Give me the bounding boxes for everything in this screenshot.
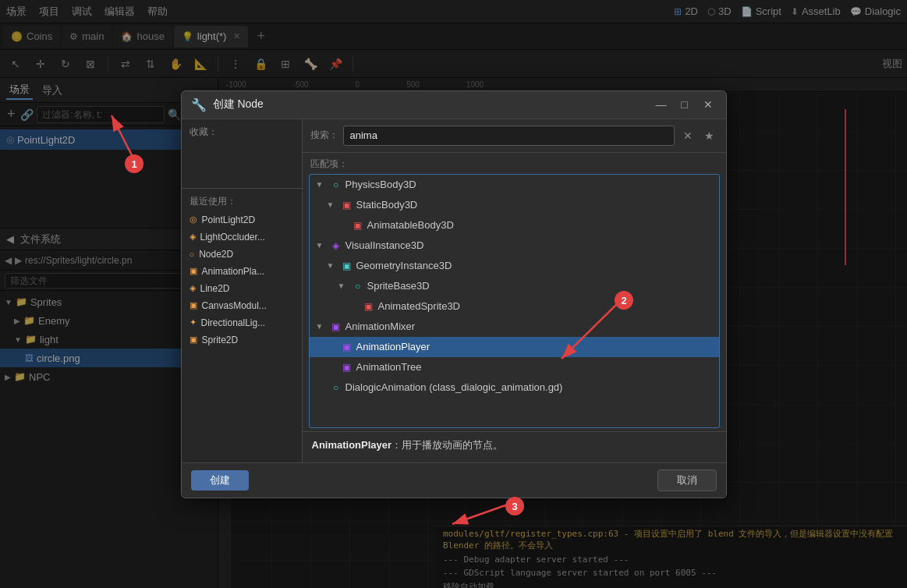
node-animatablebody3d[interactable]: ▶ ▣ AnimatableBody3D [310, 215, 719, 236]
ri-animationpla-icon: ▣ [190, 266, 197, 276]
recent-canvasmodul[interactable]: ▣ CanvasModul... [182, 297, 302, 314]
staticbody3d-arrow: ▼ [327, 200, 338, 209]
dialogicanimation-icon: ○ [330, 382, 342, 393]
animationplayer-icon: ▣ [341, 342, 353, 352]
animatedsprite3d-icon: ▣ [363, 301, 375, 312]
ri-pointlight-icon: ◎ [190, 214, 197, 225]
desc-text: ：用于播放动画的节点。 [391, 439, 503, 451]
modal-search-clear[interactable]: ✕ [679, 127, 696, 144]
ri-canvasmodul-label: CanvasModul... [202, 300, 267, 311]
spritebase3d-label: SpriteBase3D [367, 280, 430, 292]
favorites-label: 收藏： [182, 119, 302, 142]
animatedsprite3d-arrow: ▶ [349, 302, 360, 310]
ri-node2d-label: Node2D [199, 249, 233, 260]
recent-sprite2d[interactable]: ▣ Sprite2D [182, 331, 302, 349]
animationplayer-arrow: ▶ [327, 342, 338, 351]
geometryinstance3d-icon: ▣ [341, 260, 353, 271]
annotation-2: 2 [615, 291, 633, 310]
recent-pointlight2d[interactable]: ◎ PointLight2D [182, 211, 302, 228]
ri-line2d-icon: ◈ [190, 283, 196, 293]
spritebase3d-icon: ○ [352, 281, 364, 292]
ri-line2d-label: Line2D [200, 283, 230, 294]
physicsbody3d-label: PhysicsBody3D [345, 179, 416, 190]
modal-close[interactable]: ✕ [700, 96, 717, 113]
node-animatedsprite3d[interactable]: ▶ ▣ AnimatedSprite3D [310, 296, 719, 317]
modal-minimize[interactable]: — [653, 96, 670, 113]
node-geometryinstance3d[interactable]: ▼ ▣ GeometryInstance3D [310, 256, 719, 276]
modal-search-fav[interactable]: ★ [701, 127, 718, 144]
modal-title-bar: 🔧 创建 Node — □ ✕ [182, 91, 726, 119]
cancel-button[interactable]: 取消 [657, 469, 717, 491]
ri-sprite2d-icon: ▣ [190, 335, 197, 345]
spritebase3d-arrow: ▼ [338, 282, 349, 290]
geometryinstance3d-label: GeometryInstance3D [356, 260, 452, 271]
geometryinstance3d-arrow: ▼ [327, 261, 338, 270]
recent-label: 最近使用： [182, 189, 302, 211]
ri-animationpla-label: AnimationPla... [202, 266, 265, 277]
node-spritebase3d[interactable]: ▼ ○ SpriteBase3D [310, 276, 719, 296]
ri-pointlight-label: PointLight2D [202, 214, 256, 225]
modal-title: 创建 Node [213, 97, 647, 112]
dialogicanimation-arrow: ▶ [316, 383, 327, 391]
node-animationplayer[interactable]: ▶ ▣ AnimationPlayer [310, 337, 719, 357]
animatablebody3d-arrow: ▶ [338, 221, 349, 229]
ri-directionallig-icon: ✦ [190, 317, 197, 328]
modal-overlay: 🔧 创建 Node — □ ✕ 收藏： 最近使用： ◎ PointLight2D… [0, 0, 907, 588]
node-dialogicanimation[interactable]: ▶ ○ DialogicAnimation (class_dialogic_an… [310, 377, 719, 398]
physicsbody3d-arrow: ▼ [316, 180, 327, 189]
animationmixer-label: AnimationMixer [345, 321, 416, 332]
animationtree-arrow: ▶ [327, 363, 338, 371]
ri-canvasmodul-icon: ▣ [190, 300, 197, 310]
ri-lightoccluder-icon: ◈ [190, 232, 196, 242]
animationtree-label: AnimationTree [356, 361, 422, 373]
modal-left: 收藏： 最近使用： ◎ PointLight2D ◈ LightOccluder… [182, 119, 303, 462]
node-staticbody3d[interactable]: ▼ ▣ StaticBody3D [310, 195, 719, 215]
animationmixer-icon: ▣ [330, 321, 342, 332]
recent-line2d[interactable]: ◈ Line2D [182, 280, 302, 297]
animationplayer-label: AnimationPlayer [356, 341, 430, 352]
recent-animationpla[interactable]: ▣ AnimationPla... [182, 263, 302, 280]
node-animationmixer[interactable]: ▼ ▣ AnimationMixer [310, 317, 719, 337]
annotation-3: 3 [505, 497, 524, 515]
visualinstance3d-label: VisualInstance3D [345, 239, 424, 251]
modal-search-row: 搜索： ✕ ★ [303, 119, 726, 153]
modal-footer: 创建 取消 [182, 462, 726, 498]
staticbody3d-label: StaticBody3D [356, 199, 418, 211]
visualinstance3d-arrow: ▼ [316, 241, 327, 250]
dialogicanimation-label: DialogicAnimation (class_dialogic_animat… [345, 381, 563, 393]
ri-node2d-icon: ○ [190, 250, 195, 259]
node-physicsbody3d[interactable]: ▼ ○ PhysicsBody3D [310, 175, 719, 195]
ri-sprite2d-label: Sprite2D [202, 335, 239, 345]
modal-title-icon: 🔧 [191, 97, 207, 112]
node-visualinstance3d[interactable]: ▼ ◈ VisualInstance3D [310, 236, 719, 256]
animationmixer-arrow: ▼ [316, 322, 327, 331]
modal-description: AnimationPlayer：用于播放动画的节点。 [303, 431, 726, 462]
staticbody3d-icon: ▣ [341, 200, 353, 211]
modal-tree: ▼ ○ PhysicsBody3D ▼ ▣ StaticBody3D ▶ ▣ [309, 174, 720, 428]
animationtree-icon: ▣ [341, 362, 353, 373]
recent-lightoccluder[interactable]: ◈ LightOccluder... [182, 228, 302, 246]
create-button[interactable]: 创建 [191, 470, 249, 491]
recent-directionallig[interactable]: ✦ DirectionalLig... [182, 314, 302, 331]
modal-right: 搜索： ✕ ★ 匹配项： ▼ ○ PhysicsBody3D ▼ [303, 119, 726, 462]
ri-lightoccluder-label: LightOccluder... [200, 232, 265, 243]
desc-node-name: AnimationPlayer [312, 439, 392, 451]
animatedsprite3d-label: AnimatedSprite3D [378, 300, 461, 312]
animatablebody3d-label: AnimatableBody3D [367, 219, 454, 231]
node-animationtree[interactable]: ▶ ▣ AnimationTree [310, 357, 719, 377]
ri-directionallig-label: DirectionalLig... [201, 317, 266, 328]
modal-search-input[interactable] [343, 126, 675, 146]
modal-body: 收藏： 最近使用： ◎ PointLight2D ◈ LightOccluder… [182, 119, 726, 462]
visualinstance3d-icon: ◈ [330, 240, 342, 251]
create-node-modal: 🔧 创建 Node — □ ✕ 收藏： 最近使用： ◎ PointLight2D… [181, 90, 727, 498]
physicsbody3d-icon: ○ [330, 179, 342, 190]
recent-node2d[interactable]: ○ Node2D [182, 246, 302, 263]
search-label: 搜索： [310, 129, 338, 142]
modal-maximize[interactable]: □ [676, 96, 693, 113]
modal-match-label: 匹配项： [303, 153, 726, 174]
animatablebody3d-icon: ▣ [352, 220, 364, 231]
annotation-1: 1 [125, 154, 143, 173]
